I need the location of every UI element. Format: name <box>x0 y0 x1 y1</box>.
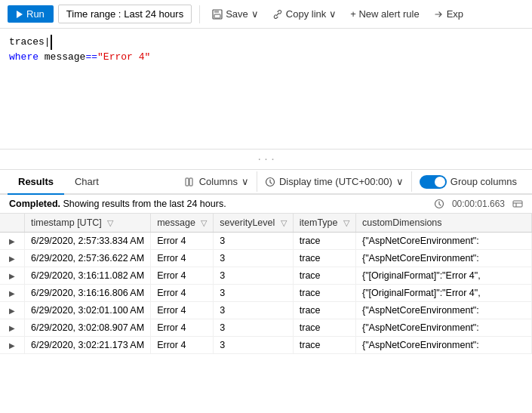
severity-cell: 3 <box>214 267 293 285</box>
expand-button[interactable]: ▶ <box>6 341 18 350</box>
run-label: Run <box>26 8 45 20</box>
table-row[interactable]: ▶6/29/2020, 3:16:11.082 AMError 43trace{… <box>0 267 532 285</box>
new-alert-button[interactable]: + New alert rule <box>346 5 423 23</box>
timestamp-cell: 6/29/2020, 2:57:33.834 AM <box>25 233 151 250</box>
time-range-button[interactable]: Time range : Last 24 hours <box>58 5 192 23</box>
message-cell: Error 4 <box>151 233 214 250</box>
expand-button[interactable]: ▶ <box>6 254 18 263</box>
query-op: == <box>85 50 97 65</box>
severity-filter-icon[interactable]: ▽ <box>281 218 287 228</box>
table-header-row: timestamp [UTC] ▽ message ▽ severityLeve… <box>0 214 532 233</box>
status-bold: Completed. <box>9 199 60 209</box>
custom-dimensions-cell: {"AspNetCoreEnvironment": <box>355 233 531 250</box>
display-time-tool[interactable]: Display time (UTC+00:00) ∨ <box>257 171 412 192</box>
itemtype-cell: trace <box>293 337 355 354</box>
expand-cell[interactable]: ▶ <box>0 267 25 285</box>
col-itemtype-header[interactable]: itemType ▽ <box>293 214 355 233</box>
group-columns-tool: Group columns <box>412 171 524 193</box>
custom-dimensions-cell: {"AspNetCoreEnvironment": <box>355 319 531 337</box>
save-icon <box>212 9 223 20</box>
itemtype-cell: trace <box>293 319 355 337</box>
message-cell: Error 4 <box>151 337 214 354</box>
timestamp-cell: 6/29/2020, 2:57:36.622 AM <box>25 250 151 267</box>
expand-button[interactable]: ▶ <box>6 307 18 315</box>
group-columns-toggle[interactable] <box>420 175 447 189</box>
table-row[interactable]: ▶6/29/2020, 3:02:01.100 AMError 43trace{… <box>0 302 532 319</box>
svg-rect-1 <box>214 10 219 13</box>
timestamp-cell: 6/29/2020, 3:16:11.082 AM <box>25 267 151 285</box>
timestamp-cell: 6/29/2020, 3:02:01.100 AM <box>25 302 151 319</box>
columns-label: Columns <box>199 176 238 187</box>
tab-results[interactable]: Results <box>8 170 64 195</box>
message-cell: Error 4 <box>151 319 214 337</box>
timestamp-filter-icon[interactable]: ▽ <box>107 218 113 228</box>
tabs-row: Results Chart Columns ∨ Display time (UT… <box>0 170 532 195</box>
expand-button[interactable]: ▶ <box>6 324 18 332</box>
display-time-chevron: ∨ <box>396 176 404 187</box>
save-button[interactable]: Save ∨ <box>208 5 263 23</box>
itemtype-cell: trace <box>293 302 355 319</box>
status-right: 00:00:01.663 <box>434 199 523 209</box>
col-timestamp-header[interactable]: timestamp [UTC] ▽ <box>25 214 151 233</box>
expand-cell[interactable]: ▶ <box>0 319 25 337</box>
toolbar: Run Time range : Last 24 hours Save ∨ Co… <box>0 0 532 29</box>
timer-icon <box>434 199 444 209</box>
table-row[interactable]: ▶6/29/2020, 2:57:33.834 AMError 43trace{… <box>0 233 532 250</box>
table-row[interactable]: ▶6/29/2020, 3:02:21.173 AMError 43trace{… <box>0 337 532 354</box>
export-button[interactable]: Exp <box>429 5 468 23</box>
svg-rect-3 <box>186 178 189 186</box>
col-custom-header[interactable]: customDimensions <box>355 214 531 233</box>
expand-cell[interactable]: ▶ <box>0 285 25 302</box>
expand-cell[interactable]: ▶ <box>0 302 25 319</box>
toolbar-divider <box>199 5 200 23</box>
table-row[interactable]: ▶6/29/2020, 2:57:36.622 AMError 43trace{… <box>0 250 532 267</box>
message-cell: Error 4 <box>151 285 214 302</box>
expand-button[interactable]: ▶ <box>6 237 18 245</box>
custom-dimensions-cell: {"AspNetCoreEnvironment": <box>355 337 531 354</box>
new-alert-label: + New alert rule <box>350 8 419 20</box>
columns-tool[interactable]: Columns ∨ <box>177 171 257 192</box>
table-row[interactable]: ▶6/29/2020, 3:16:16.806 AMError 43trace{… <box>0 285 532 302</box>
time-range-value: Last 24 hours <box>124 8 183 20</box>
severity-cell: 3 <box>214 302 293 319</box>
col-message-label: message <box>157 217 195 228</box>
export-label: Exp <box>447 8 463 20</box>
copy-link-button[interactable]: Copy link ∨ <box>268 5 341 23</box>
tab-chart[interactable]: Chart <box>64 170 109 195</box>
col-severity-header[interactable]: severityLevel ▽ <box>214 214 293 233</box>
save-label: Save <box>226 8 248 20</box>
itemtype-filter-icon[interactable]: ▽ <box>343 218 349 228</box>
table-body: ▶6/29/2020, 2:57:33.834 AMError 43trace{… <box>0 233 532 354</box>
severity-cell: 3 <box>214 285 293 302</box>
col-message-header[interactable]: message ▽ <box>151 214 214 233</box>
copy-link-chevron: ∨ <box>329 8 337 20</box>
custom-dimensions-cell: {"AspNetCoreEnvironment": <box>355 302 531 319</box>
play-icon <box>17 11 23 18</box>
columns-icon <box>185 177 195 187</box>
query-editor[interactable]: traces | where message =="Error 4" <box>0 29 532 149</box>
query-text-traces: traces <box>9 35 45 50</box>
run-button[interactable]: Run <box>8 5 54 23</box>
copy-link-icon <box>272 9 283 20</box>
custom-dimensions-cell: {"AspNetCoreEnvironment": <box>355 250 531 267</box>
col-expand-header <box>0 214 25 233</box>
expand-button[interactable]: ▶ <box>6 272 18 280</box>
itemtype-cell: trace <box>293 267 355 285</box>
severity-cell: 3 <box>214 319 293 337</box>
table-row[interactable]: ▶6/29/2020, 3:02:08.907 AMError 43trace{… <box>0 319 532 337</box>
custom-dimensions-cell: {"[OriginalFormat]":"Error 4", <box>355 267 531 285</box>
expand-cell[interactable]: ▶ <box>0 233 25 250</box>
expand-cell[interactable]: ▶ <box>0 337 25 354</box>
severity-cell: 3 <box>214 233 293 250</box>
svg-rect-4 <box>189 178 192 186</box>
message-cell: Error 4 <box>151 302 214 319</box>
timestamp-cell: 6/29/2020, 3:16:16.806 AM <box>25 285 151 302</box>
query-line-1: traces | <box>9 35 523 50</box>
col-custom-label: customDimensions <box>362 217 442 228</box>
message-filter-icon[interactable]: ▽ <box>201 218 207 228</box>
clock-icon <box>265 177 275 187</box>
expand-cell[interactable]: ▶ <box>0 250 25 267</box>
export-icon <box>433 9 444 20</box>
expand-button[interactable]: ▶ <box>6 289 18 297</box>
message-cell: Error 4 <box>151 267 214 285</box>
